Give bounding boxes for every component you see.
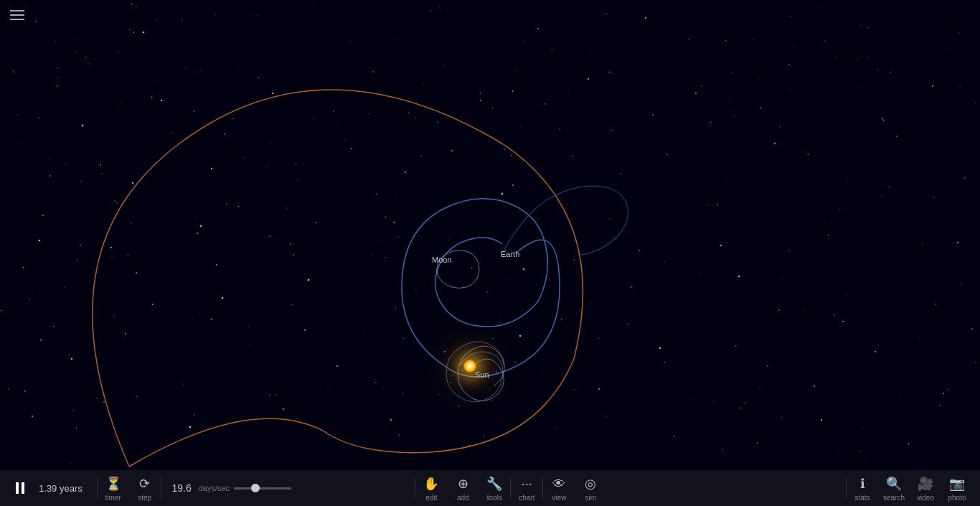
view-button[interactable]: 👁 view [543,470,575,506]
photo-label: photo [948,494,966,502]
timer-icon: ⏳ [105,475,121,492]
video-icon: 🎥 [918,475,933,492]
sim-icon: ◎ [585,475,596,492]
timer-label: timer [105,494,121,502]
stats-icon: ℹ [860,475,865,492]
speed-unit: days/sec [199,484,230,492]
edit-label: edit [425,494,437,502]
time-display: 1.39 years [39,483,83,494]
separator-2 [161,477,161,499]
pause-button[interactable] [7,470,33,506]
step-label: step [138,494,151,502]
chart-button[interactable]: ··· chart [511,470,542,506]
pause-icon [16,482,24,494]
speed-slider[interactable] [234,487,291,489]
chart-label: chart [519,494,534,502]
add-label: add [457,494,469,502]
starfield [0,0,980,506]
step-icon: ⟳ [139,475,150,492]
sim-button[interactable]: ◎ sim [575,470,606,506]
chart-icon: ··· [522,475,532,492]
moon-label: Moon [432,256,452,264]
edit-button[interactable]: ✋ edit [415,470,447,506]
view-label: view [552,494,566,502]
search-icon: 🔍 [886,475,902,492]
earth-label: Earth [501,250,519,258]
tools-icon: 🔧 [486,475,502,492]
edit-icon: ✋ [423,475,439,492]
video-label: video [917,494,934,502]
orbital-paths [0,0,980,506]
tools-button[interactable]: 🔧 tools [479,470,510,506]
tools-label: tools [487,494,502,502]
speed-control: 19.6 days/sec [169,482,408,494]
search-label: search [883,494,905,502]
stats-label: stats [854,494,870,502]
speed-value: 19.6 [169,482,192,494]
add-icon: ⊕ [458,475,468,492]
sim-label: sim [585,494,597,502]
step-button[interactable]: ⟳ step [129,470,161,506]
timer-button[interactable]: ⏳ timer [98,470,129,506]
video-button[interactable]: 🎥 video [910,470,941,506]
search-button[interactable]: 🔍 search [878,470,910,506]
stats-button[interactable]: ℹ stats [847,470,878,506]
view-icon: 👁 [552,475,565,492]
menu-button[interactable] [10,10,24,20]
toolbar: 1.39 years ⏳ timer ⟳ step 19.6 days/sec … [0,470,980,506]
sun-label: Sun [475,370,489,379]
photo-button[interactable]: 📷 photo [941,470,973,506]
photo-icon: 📷 [949,475,965,492]
sun-body [463,360,476,373]
add-button[interactable]: ⊕ add [447,470,479,506]
